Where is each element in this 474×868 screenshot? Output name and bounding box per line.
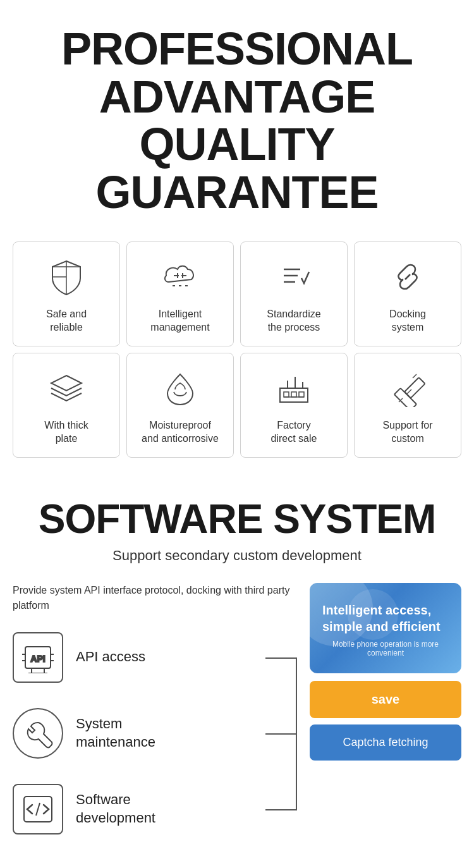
cloud-gear-icon (158, 255, 202, 299)
software-content: Provide system API interface protocol, d… (13, 583, 461, 860)
pencil-ruler-icon (386, 366, 430, 410)
droplet-shield-icon (158, 366, 202, 410)
feature-card-safe-reliable: Safe andreliable (13, 241, 120, 346)
software-items: API API access (13, 632, 297, 834)
software-section: SOFTWARE SYSTEM Support secondary custom… (0, 477, 474, 868)
svg-rect-21 (404, 377, 425, 398)
wrench-icon (13, 708, 63, 759)
svg-line-22 (406, 389, 411, 394)
software-item-label-api: API access (76, 648, 145, 666)
feature-row-1: Safe andreliable Intelligentmanagement (13, 241, 461, 346)
list-check-icon (272, 255, 316, 299)
software-item-development: Softwaredevelopment (13, 784, 297, 834)
header-section: PROFESSIONAL ADVANTAGE QUALITY GUARANTEE (0, 0, 474, 235)
software-item-api: API API access (13, 632, 297, 683)
feature-label-custom: Support forcustom (382, 419, 432, 446)
software-description: Provide system API interface protocol, d… (13, 583, 297, 613)
feature-label-docking: Dockingsystem (389, 308, 426, 334)
software-item-label-development: Softwaredevelopment (76, 791, 155, 827)
svg-line-20 (413, 374, 416, 378)
api-icon: API (13, 632, 63, 683)
svg-rect-13 (299, 392, 304, 397)
software-title: SOFTWARE SYSTEM (13, 496, 461, 542)
feature-card-factory: Factorydirect sale (240, 353, 348, 458)
feature-card-custom: Support forcustom (354, 353, 461, 458)
save-button[interactable]: save (310, 681, 461, 718)
feature-card-intelligent: Intelligentmanagement (126, 241, 234, 346)
feature-label-moistureproof: Moistureproofand anticorrosive (142, 419, 219, 446)
shield-icon (44, 255, 88, 299)
svg-text:API: API (30, 654, 45, 664)
layers-icon (44, 366, 88, 410)
svg-rect-11 (284, 392, 289, 397)
software-item-maintenance: Systemmaintenance (13, 708, 297, 759)
svg-line-8 (405, 274, 410, 279)
captcha-button[interactable]: Captcha fetching (310, 724, 461, 761)
header-title: PROFESSIONAL ADVANTAGE QUALITY GUARANTEE (13, 25, 461, 216)
feature-section: Safe andreliable Intelligentmanagement (0, 235, 474, 476)
svg-marker-9 (51, 376, 82, 391)
link-icon (386, 255, 430, 299)
svg-rect-12 (291, 392, 296, 397)
feature-card-thick-plate: With thickplate (13, 353, 120, 458)
feature-label-intelligent: Intelligentmanagement (150, 308, 209, 334)
feature-row-2: With thickplate Moistureproofand anticor… (13, 353, 461, 458)
code-icon (13, 784, 63, 834)
factory-icon (272, 366, 316, 410)
software-subtitle: Support secondary custom development (13, 547, 461, 564)
software-item-label-maintenance: Systemmaintenance (76, 715, 155, 751)
feature-card-docking: Dockingsystem (354, 241, 461, 346)
phone-card-subtitle: Mobile phone operation is more convenien… (322, 640, 449, 657)
software-right: Intelligent access, simple and efficient… (310, 583, 461, 761)
phone-card: Intelligent access, simple and efficient… (310, 583, 461, 673)
feature-card-moistureproof: Moistureproofand anticorrosive (126, 353, 234, 458)
svg-line-33 (36, 803, 40, 816)
feature-card-standardize: Standardizethe process (240, 241, 348, 346)
phone-card-title: Intelligent access, simple and efficient (322, 602, 449, 635)
feature-label-standardize: Standardizethe process (267, 308, 320, 334)
feature-label-safe-reliable: Safe andreliable (46, 308, 87, 334)
feature-label-thick-plate: With thickplate (44, 419, 88, 446)
feature-label-factory: Factorydirect sale (271, 419, 317, 446)
software-left: Provide system API interface protocol, d… (13, 583, 297, 860)
